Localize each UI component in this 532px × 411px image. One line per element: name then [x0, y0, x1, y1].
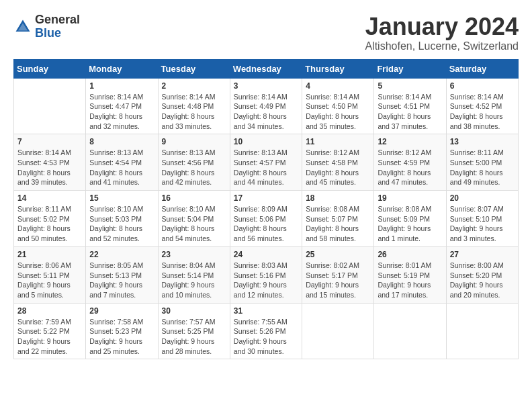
day-number: 3 — [234, 81, 298, 91]
calendar-cell: 18Sunrise: 8:08 AMSunset: 5:07 PMDayligh… — [302, 191, 374, 247]
weekday-header: Wednesday — [230, 59, 302, 78]
calendar-cell: 26Sunrise: 8:01 AMSunset: 5:19 PMDayligh… — [374, 246, 446, 303]
day-detail: Sunrise: 8:11 AMSunset: 5:02 PMDaylight:… — [17, 204, 82, 244]
day-number: 6 — [450, 81, 515, 91]
calendar-table: SundayMondayTuesdayWednesdayThursdayFrid… — [13, 59, 519, 360]
day-number: 24 — [234, 250, 298, 259]
calendar-cell: 31Sunrise: 7:55 AMSunset: 5:26 PMDayligh… — [230, 303, 302, 359]
day-detail: Sunrise: 8:14 AMSunset: 4:53 PMDaylight:… — [17, 148, 82, 187]
calendar-cell: 19Sunrise: 8:08 AMSunset: 5:09 PMDayligh… — [374, 191, 446, 247]
day-number: 15 — [89, 193, 154, 203]
calendar-cell: 27Sunrise: 8:00 AMSunset: 5:20 PMDayligh… — [446, 246, 518, 303]
weekday-header: Tuesday — [158, 59, 230, 78]
day-detail: Sunrise: 8:03 AMSunset: 5:16 PMDaylight:… — [234, 261, 298, 300]
day-number: 26 — [378, 250, 442, 259]
day-detail: Sunrise: 8:14 AMSunset: 4:49 PMDaylight:… — [234, 92, 298, 132]
day-detail: Sunrise: 8:14 AMSunset: 4:50 PMDaylight:… — [306, 92, 370, 132]
day-detail: Sunrise: 8:14 AMSunset: 4:48 PMDaylight:… — [162, 92, 226, 132]
day-number: 19 — [378, 193, 442, 203]
day-detail: Sunrise: 7:55 AMSunset: 5:26 PMDaylight:… — [234, 317, 298, 357]
calendar-body: 1Sunrise: 8:14 AMSunset: 4:47 PMDaylight… — [14, 78, 519, 359]
logo-blue: Blue — [35, 26, 61, 40]
calendar-cell — [302, 303, 374, 359]
day-detail: Sunrise: 8:14 AMSunset: 4:52 PMDaylight:… — [450, 92, 515, 132]
calendar-cell: 20Sunrise: 8:07 AMSunset: 5:10 PMDayligh… — [446, 191, 518, 247]
day-detail: Sunrise: 8:11 AMSunset: 5:00 PMDaylight:… — [450, 148, 515, 187]
day-number: 4 — [306, 81, 370, 91]
day-number: 21 — [17, 250, 82, 259]
day-number: 29 — [89, 306, 154, 316]
day-number: 20 — [450, 193, 515, 203]
calendar-cell: 30Sunrise: 7:57 AMSunset: 5:25 PMDayligh… — [158, 303, 230, 359]
calendar-cell — [14, 78, 86, 134]
calendar-week-row: 7Sunrise: 8:14 AMSunset: 4:53 PMDaylight… — [14, 134, 519, 191]
day-number: 16 — [162, 193, 226, 203]
calendar-cell: 1Sunrise: 8:14 AMSunset: 4:47 PMDaylight… — [86, 78, 158, 134]
weekday-header: Saturday — [446, 59, 518, 78]
day-number: 17 — [234, 193, 298, 203]
day-number: 10 — [234, 137, 298, 146]
weekday-header: Thursday — [302, 59, 374, 78]
day-detail: Sunrise: 8:05 AMSunset: 5:13 PMDaylight:… — [89, 261, 154, 300]
header: General Blue January 2024 Altishofen, Lu… — [13, 13, 519, 52]
location-subtitle: Altishofen, Lucerne, Switzerland — [365, 40, 519, 52]
day-detail: Sunrise: 8:02 AMSunset: 5:17 PMDaylight:… — [306, 261, 370, 300]
title-block: January 2024 Altishofen, Lucerne, Switze… — [365, 13, 519, 52]
day-detail: Sunrise: 8:13 AMSunset: 4:56 PMDaylight:… — [162, 148, 226, 187]
calendar-cell: 3Sunrise: 8:14 AMSunset: 4:49 PMDaylight… — [230, 78, 302, 134]
day-detail: Sunrise: 7:59 AMSunset: 5:22 PMDaylight:… — [17, 317, 82, 357]
day-number: 11 — [306, 137, 370, 146]
calendar-cell: 22Sunrise: 8:05 AMSunset: 5:13 PMDayligh… — [86, 246, 158, 303]
weekday-header: Friday — [374, 59, 446, 78]
day-detail: Sunrise: 8:08 AMSunset: 5:07 PMDaylight:… — [306, 204, 370, 244]
calendar-cell: 21Sunrise: 8:06 AMSunset: 5:11 PMDayligh… — [14, 246, 86, 303]
day-detail: Sunrise: 8:08 AMSunset: 5:09 PMDaylight:… — [378, 204, 442, 244]
day-number: 7 — [17, 137, 82, 146]
day-number: 18 — [306, 193, 370, 203]
day-detail: Sunrise: 8:01 AMSunset: 5:19 PMDaylight:… — [378, 261, 442, 300]
day-number: 25 — [306, 250, 370, 259]
day-detail: Sunrise: 8:13 AMSunset: 4:57 PMDaylight:… — [234, 148, 298, 187]
calendar-week-row: 21Sunrise: 8:06 AMSunset: 5:11 PMDayligh… — [14, 246, 519, 303]
calendar-cell: 10Sunrise: 8:13 AMSunset: 4:57 PMDayligh… — [230, 134, 302, 191]
day-number: 12 — [378, 137, 442, 146]
calendar-cell: 9Sunrise: 8:13 AMSunset: 4:56 PMDaylight… — [158, 134, 230, 191]
day-number: 30 — [162, 306, 226, 316]
logo-text: General Blue — [35, 13, 80, 40]
day-detail: Sunrise: 8:00 AMSunset: 5:20 PMDaylight:… — [450, 261, 515, 300]
weekday-header: Monday — [86, 59, 158, 78]
day-detail: Sunrise: 8:13 AMSunset: 4:54 PMDaylight:… — [89, 148, 154, 187]
logo: General Blue — [13, 13, 80, 40]
day-detail: Sunrise: 8:14 AMSunset: 4:47 PMDaylight:… — [89, 92, 154, 132]
calendar-cell: 15Sunrise: 8:10 AMSunset: 5:03 PMDayligh… — [86, 191, 158, 247]
calendar-cell: 23Sunrise: 8:04 AMSunset: 5:14 PMDayligh… — [158, 246, 230, 303]
weekday-header: Sunday — [14, 59, 86, 78]
calendar-cell: 13Sunrise: 8:11 AMSunset: 5:00 PMDayligh… — [446, 134, 518, 191]
calendar-cell: 2Sunrise: 8:14 AMSunset: 4:48 PMDaylight… — [158, 78, 230, 134]
calendar-cell: 4Sunrise: 8:14 AMSunset: 4:50 PMDaylight… — [302, 78, 374, 134]
day-number: 31 — [234, 306, 298, 316]
day-detail: Sunrise: 8:10 AMSunset: 5:04 PMDaylight:… — [162, 204, 226, 244]
month-title: January 2024 — [365, 13, 519, 40]
logo-general: General — [35, 13, 80, 26]
day-detail: Sunrise: 8:10 AMSunset: 5:03 PMDaylight:… — [89, 204, 154, 244]
calendar-week-row: 28Sunrise: 7:59 AMSunset: 5:22 PMDayligh… — [14, 303, 519, 359]
day-detail: Sunrise: 8:06 AMSunset: 5:11 PMDaylight:… — [17, 261, 82, 300]
logo-icon — [13, 17, 32, 36]
day-number: 14 — [17, 193, 82, 203]
day-detail: Sunrise: 8:14 AMSunset: 4:51 PMDaylight:… — [378, 92, 442, 132]
day-number: 28 — [17, 306, 82, 316]
calendar-week-row: 1Sunrise: 8:14 AMSunset: 4:47 PMDaylight… — [14, 78, 519, 134]
day-number: 5 — [378, 81, 442, 91]
calendar-cell: 16Sunrise: 8:10 AMSunset: 5:04 PMDayligh… — [158, 191, 230, 247]
day-number: 8 — [89, 137, 154, 146]
calendar-cell: 24Sunrise: 8:03 AMSunset: 5:16 PMDayligh… — [230, 246, 302, 303]
day-number: 23 — [162, 250, 226, 259]
day-detail: Sunrise: 8:04 AMSunset: 5:14 PMDaylight:… — [162, 261, 226, 300]
calendar-cell: 14Sunrise: 8:11 AMSunset: 5:02 PMDayligh… — [14, 191, 86, 247]
day-number: 2 — [162, 81, 226, 91]
day-number: 9 — [162, 137, 226, 146]
calendar-cell: 11Sunrise: 8:12 AMSunset: 4:58 PMDayligh… — [302, 134, 374, 191]
calendar-cell: 8Sunrise: 8:13 AMSunset: 4:54 PMDaylight… — [86, 134, 158, 191]
calendar-cell — [446, 303, 518, 359]
